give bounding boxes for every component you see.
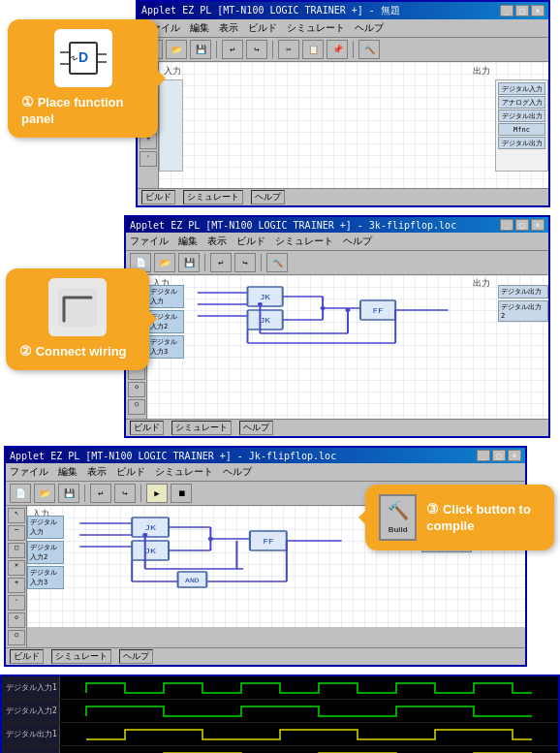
menu-help1[interactable]: ヘルプ bbox=[355, 21, 384, 35]
wave-row-1: デジタル入力1 bbox=[2, 676, 558, 700]
op1: デジタル入力 bbox=[498, 82, 545, 95]
s2-tb-redo[interactable]: ↪ bbox=[234, 253, 256, 272]
toolbar-undo[interactable]: ↩ bbox=[222, 40, 243, 59]
s3-sb-extra1[interactable]: ◇ bbox=[8, 612, 25, 628]
svg-text:JK: JK bbox=[260, 293, 270, 301]
sb-zoom-out[interactable]: - bbox=[140, 151, 157, 167]
toolbar-sep1 bbox=[216, 41, 217, 58]
toolbar-redo[interactable]: ↪ bbox=[246, 40, 267, 59]
s3-tb-save[interactable]: 💾 bbox=[58, 484, 79, 503]
s2-menu-view[interactable]: 表示 bbox=[207, 235, 227, 248]
step1-icon: D bbox=[21, 29, 144, 87]
toolbar-build[interactable]: 🔨 bbox=[358, 40, 380, 59]
wave-label-2: デジタル入力2 bbox=[2, 700, 60, 722]
step2-window: Applet EZ PL [MT-N100 LOGIC TRAINER +] -… bbox=[124, 215, 550, 438]
s2-tb-open[interactable]: 📂 bbox=[154, 253, 175, 272]
s2-menu-help[interactable]: ヘルプ bbox=[343, 235, 372, 248]
maximize-btn[interactable]: □ bbox=[515, 5, 529, 16]
s3-sb-extra2[interactable]: ○ bbox=[8, 630, 25, 645]
step2-text: ② Connect wiring bbox=[19, 342, 136, 361]
s2-tb-undo[interactable]: ↩ bbox=[210, 253, 232, 272]
s3-sb-gate[interactable]: □ bbox=[8, 543, 25, 558]
menu-build1[interactable]: ビルド bbox=[248, 21, 277, 35]
s2-menu-build[interactable]: ビルド bbox=[236, 235, 265, 248]
s3-tb-new[interactable]: 📄 bbox=[10, 484, 31, 503]
s3-maximize-btn[interactable]: □ bbox=[492, 450, 506, 461]
step3-callout-content: 🔨 Build ③ Click button to compile bbox=[379, 494, 541, 541]
menu-edit1[interactable]: 編集 bbox=[190, 21, 209, 35]
toolbar-paste[interactable]: 📌 bbox=[327, 40, 348, 59]
s3-sb-wire[interactable]: ─ bbox=[8, 525, 25, 541]
close-btn[interactable]: × bbox=[531, 5, 544, 16]
s3-menu-view[interactable]: 表示 bbox=[87, 465, 107, 479]
svg-point-53 bbox=[208, 537, 213, 541]
s2-menu-edit[interactable]: 編集 bbox=[178, 235, 198, 248]
s2-maximize-btn[interactable]: □ bbox=[515, 219, 529, 231]
step1-window: Applet EZ PL [MT-N100 LOGIC TRAINER +] -… bbox=[136, 0, 550, 207]
s2-close-btn[interactable]: × bbox=[531, 219, 544, 231]
s3-sb-select[interactable]: ↖ bbox=[8, 508, 25, 523]
s2-sep1 bbox=[204, 254, 205, 271]
step1-win-controls[interactable]: _ □ × bbox=[500, 5, 544, 16]
wave-row-4: デジタル出力2 bbox=[2, 746, 558, 753]
s3-menu-file[interactable]: ファイル bbox=[10, 465, 48, 479]
s3-sep2 bbox=[140, 485, 141, 502]
s3-status-build: ビルド bbox=[10, 649, 44, 664]
s2-sb-extra1[interactable]: ◇ bbox=[128, 382, 145, 397]
step2-titlebar: Applet EZ PL [MT-N100 LOGIC TRAINER +] -… bbox=[126, 217, 548, 233]
s3-close-btn[interactable]: × bbox=[508, 450, 521, 461]
s3-sb-zout[interactable]: - bbox=[8, 595, 25, 611]
svg-point-52 bbox=[142, 533, 147, 537]
s2-tb-build[interactable]: 🔨 bbox=[266, 253, 288, 272]
s2-sep2 bbox=[261, 254, 262, 271]
s2-tb-save[interactable]: 💾 bbox=[178, 253, 200, 272]
s3-tb-undo[interactable]: ↩ bbox=[90, 484, 111, 503]
menu-simulate1[interactable]: シミュレート bbox=[287, 21, 345, 35]
output-ports: デジタル入力 アナログ入力 デジタル出力 Mfnc デジタル出力 bbox=[495, 79, 548, 172]
step1-menubar: ファイル 編集 表示 ビルド シミュレート ヘルプ bbox=[138, 19, 548, 38]
toolbar-save[interactable]: 💾 bbox=[190, 40, 211, 59]
toolbar-copy[interactable]: 📋 bbox=[302, 40, 324, 59]
s2-menu-file[interactable]: ファイル bbox=[130, 235, 169, 248]
step1-work-area: 入力 出力 デジタル入力 アナログ入力 デジタル出力 Mfnc デジタル出力 bbox=[159, 62, 548, 188]
s3-tb-stop[interactable]: ⏹ bbox=[171, 484, 192, 503]
step3-win-controls[interactable]: _ □ × bbox=[477, 450, 521, 461]
step2-win-controls[interactable]: _ □ × bbox=[500, 219, 544, 231]
svg-text:AND: AND bbox=[185, 577, 200, 584]
s2-minimize-btn[interactable]: _ bbox=[500, 219, 513, 231]
s3-tb-redo[interactable]: ↪ bbox=[114, 484, 136, 503]
step3-window: Applet EZ PL [MT-N100 LOGIC TRAINER +] -… bbox=[4, 446, 527, 667]
svg-point-27 bbox=[258, 302, 263, 306]
step2-callout: ② Connect wiring bbox=[6, 268, 149, 370]
op3: デジタル出力 bbox=[498, 110, 545, 122]
s2-output-ports: デジタル出力 デジタル出力2 bbox=[498, 285, 548, 322]
s3-sb-delete[interactable]: ✕ bbox=[8, 560, 25, 576]
menu-view1[interactable]: 表示 bbox=[219, 21, 238, 35]
waveform-panel: デジタル入力1 デジタル入力2 デジタル出力1 デジタル出力2 bbox=[0, 675, 560, 753]
step3-container: Applet EZ PL [MT-N100 LOGIC TRAINER +] -… bbox=[0, 446, 560, 667]
s3-minimize-btn[interactable]: _ bbox=[477, 450, 490, 461]
s2-menu-simulate[interactable]: シミュレート bbox=[275, 235, 333, 248]
s3-menu-simulate[interactable]: シミュレート bbox=[155, 465, 213, 479]
s3-menu-build[interactable]: ビルド bbox=[116, 465, 145, 479]
step2-toolbar: 📄 📂 💾 ↩ ↪ 🔨 bbox=[126, 251, 548, 275]
s3-sb-zin[interactable]: + bbox=[8, 578, 25, 593]
output-label: 出力 bbox=[473, 65, 490, 78]
step1-callout: D ① Place function panel bbox=[8, 19, 158, 138]
wave-label-4: デジタル出力2 bbox=[2, 746, 60, 753]
minimize-btn[interactable]: _ bbox=[500, 5, 513, 16]
toolbar-open[interactable]: 📂 bbox=[166, 40, 187, 59]
s3-tb-open[interactable]: 📂 bbox=[34, 484, 55, 503]
s3-tb-build-run[interactable]: ▶ bbox=[146, 484, 168, 503]
step1-container: D ① Place function panel Applet EZ PL [M… bbox=[0, 0, 560, 207]
toolbar-cut[interactable]: ✂ bbox=[278, 40, 299, 59]
step3-menubar: ファイル 編集 表示 ビルド シミュレート ヘルプ bbox=[6, 463, 525, 482]
wave-row-3: デジタル出力1 bbox=[2, 723, 558, 746]
s3-menu-edit[interactable]: 編集 bbox=[58, 465, 78, 479]
step1-body: ↖ ─ □ ✕ + - 入力 出力 デジタル入力 アナログ入力 bbox=[138, 62, 548, 188]
s2-sb-extra2[interactable]: ○ bbox=[128, 399, 145, 415]
wave-label-1: デジタル入力1 bbox=[2, 676, 60, 699]
s3-menu-help[interactable]: ヘルプ bbox=[223, 465, 252, 479]
step2-menubar: ファイル 編集 表示 ビルド シミュレート ヘルプ bbox=[126, 233, 548, 251]
op4: Mfnc bbox=[498, 123, 545, 136]
